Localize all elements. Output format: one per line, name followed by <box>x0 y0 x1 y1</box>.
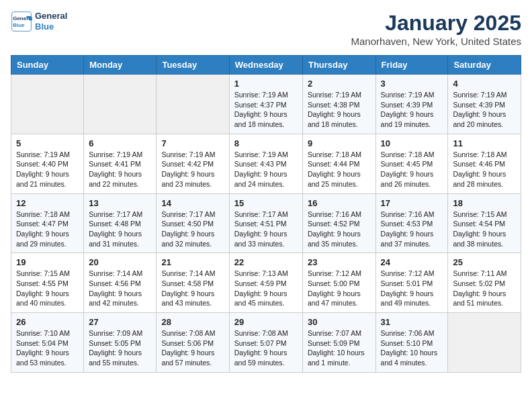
calendar-header-tuesday: Tuesday <box>157 56 229 75</box>
logo-icon: General Blue <box>11 11 32 32</box>
day-info: Sunrise: 7:19 AM Sunset: 4:39 PM Dayligh… <box>453 90 516 130</box>
calendar-week-row: 26Sunrise: 7:10 AM Sunset: 5:04 PM Dayli… <box>11 313 521 373</box>
page-header: General Blue General Blue January 2025 M… <box>11 11 521 47</box>
day-info: Sunrise: 7:17 AM Sunset: 4:48 PM Dayligh… <box>89 210 151 249</box>
day-info: Sunrise: 7:18 AM Sunset: 4:45 PM Dayligh… <box>381 150 443 189</box>
calendar-cell: 9Sunrise: 7:18 AM Sunset: 4:44 PM Daylig… <box>302 134 375 193</box>
month-title: January 2025 <box>351 11 521 36</box>
day-number: 26 <box>16 317 79 327</box>
calendar-header-monday: Monday <box>84 56 157 75</box>
day-number: 30 <box>308 317 371 327</box>
day-info: Sunrise: 7:18 AM Sunset: 4:47 PM Dayligh… <box>16 210 79 249</box>
calendar-cell <box>84 75 157 134</box>
day-number: 9 <box>308 138 371 148</box>
calendar-cell: 12Sunrise: 7:18 AM Sunset: 4:47 PM Dayli… <box>11 193 84 253</box>
day-info: Sunrise: 7:06 AM Sunset: 5:10 PM Dayligh… <box>381 328 443 368</box>
day-info: Sunrise: 7:08 AM Sunset: 5:07 PM Dayligh… <box>234 328 298 368</box>
calendar-cell: 21Sunrise: 7:14 AM Sunset: 4:58 PM Dayli… <box>157 253 229 313</box>
svg-text:Blue: Blue <box>13 22 25 28</box>
calendar-week-row: 12Sunrise: 7:18 AM Sunset: 4:47 PM Dayli… <box>11 193 521 253</box>
calendar-cell: 13Sunrise: 7:17 AM Sunset: 4:48 PM Dayli… <box>84 193 157 253</box>
day-info: Sunrise: 7:11 AM Sunset: 5:02 PM Dayligh… <box>453 269 516 308</box>
calendar-cell: 3Sunrise: 7:19 AM Sunset: 4:39 PM Daylig… <box>375 75 448 134</box>
day-info: Sunrise: 7:07 AM Sunset: 5:09 PM Dayligh… <box>308 328 371 368</box>
calendar-cell: 10Sunrise: 7:18 AM Sunset: 4:45 PM Dayli… <box>375 134 448 193</box>
day-number: 12 <box>16 198 79 208</box>
calendar-cell: 27Sunrise: 7:09 AM Sunset: 5:05 PM Dayli… <box>84 313 157 373</box>
day-info: Sunrise: 7:14 AM Sunset: 4:58 PM Dayligh… <box>161 269 224 308</box>
day-number: 8 <box>234 138 298 148</box>
day-info: Sunrise: 7:15 AM Sunset: 4:54 PM Dayligh… <box>453 210 516 249</box>
calendar-cell: 4Sunrise: 7:19 AM Sunset: 4:39 PM Daylig… <box>448 75 521 134</box>
title-block: January 2025 Manorhaven, New York, Unite… <box>351 11 521 47</box>
day-info: Sunrise: 7:19 AM Sunset: 4:40 PM Dayligh… <box>16 150 79 189</box>
day-number: 14 <box>161 198 224 208</box>
day-number: 3 <box>381 79 443 89</box>
calendar-cell: 5Sunrise: 7:19 AM Sunset: 4:40 PM Daylig… <box>11 134 84 193</box>
day-info: Sunrise: 7:19 AM Sunset: 4:38 PM Dayligh… <box>308 90 371 130</box>
calendar-cell: 6Sunrise: 7:19 AM Sunset: 4:41 PM Daylig… <box>84 134 157 193</box>
calendar-week-row: 1Sunrise: 7:19 AM Sunset: 4:37 PM Daylig… <box>11 75 521 134</box>
day-info: Sunrise: 7:18 AM Sunset: 4:46 PM Dayligh… <box>453 150 516 189</box>
day-info: Sunrise: 7:10 AM Sunset: 5:04 PM Dayligh… <box>16 328 79 368</box>
day-info: Sunrise: 7:19 AM Sunset: 4:41 PM Dayligh… <box>89 150 151 189</box>
day-info: Sunrise: 7:13 AM Sunset: 4:59 PM Dayligh… <box>234 269 298 308</box>
calendar-cell <box>448 313 521 373</box>
calendar-cell: 26Sunrise: 7:10 AM Sunset: 5:04 PM Dayli… <box>11 313 84 373</box>
day-number: 24 <box>381 257 443 267</box>
day-info: Sunrise: 7:16 AM Sunset: 4:53 PM Dayligh… <box>381 210 443 249</box>
calendar-cell: 11Sunrise: 7:18 AM Sunset: 4:46 PM Dayli… <box>448 134 521 193</box>
calendar-week-row: 19Sunrise: 7:15 AM Sunset: 4:55 PM Dayli… <box>11 253 521 313</box>
logo-text-line2: Blue <box>35 21 67 32</box>
day-number: 15 <box>234 198 298 208</box>
day-number: 13 <box>89 198 151 208</box>
day-number: 27 <box>89 317 151 327</box>
calendar-cell: 7Sunrise: 7:19 AM Sunset: 4:42 PM Daylig… <box>157 134 229 193</box>
day-info: Sunrise: 7:17 AM Sunset: 4:51 PM Dayligh… <box>234 210 298 249</box>
day-number: 25 <box>453 257 516 267</box>
calendar-header-wednesday: Wednesday <box>229 56 302 75</box>
day-number: 20 <box>89 257 151 267</box>
day-number: 23 <box>308 257 371 267</box>
calendar-header-row: SundayMondayTuesdayWednesdayThursdayFrid… <box>11 56 521 75</box>
day-number: 19 <box>16 257 79 267</box>
day-number: 29 <box>234 317 298 327</box>
day-number: 17 <box>381 198 443 208</box>
day-info: Sunrise: 7:19 AM Sunset: 4:43 PM Dayligh… <box>234 150 298 189</box>
day-number: 31 <box>381 317 443 327</box>
day-info: Sunrise: 7:08 AM Sunset: 5:06 PM Dayligh… <box>161 328 224 368</box>
calendar-header-friday: Friday <box>375 56 448 75</box>
calendar-cell: 22Sunrise: 7:13 AM Sunset: 4:59 PM Dayli… <box>229 253 302 313</box>
calendar-cell: 30Sunrise: 7:07 AM Sunset: 5:09 PM Dayli… <box>302 313 375 373</box>
day-number: 6 <box>89 138 151 148</box>
calendar-cell: 8Sunrise: 7:19 AM Sunset: 4:43 PM Daylig… <box>229 134 302 193</box>
calendar-header-sunday: Sunday <box>11 56 84 75</box>
day-info: Sunrise: 7:16 AM Sunset: 4:52 PM Dayligh… <box>308 210 371 249</box>
day-number: 22 <box>234 257 298 267</box>
calendar-cell: 2Sunrise: 7:19 AM Sunset: 4:38 PM Daylig… <box>302 75 375 134</box>
calendar-header-saturday: Saturday <box>448 56 521 75</box>
logo-text-line1: General <box>35 11 67 21</box>
calendar-cell: 15Sunrise: 7:17 AM Sunset: 4:51 PM Dayli… <box>229 193 302 253</box>
calendar-table: SundayMondayTuesdayWednesdayThursdayFrid… <box>11 55 521 373</box>
day-info: Sunrise: 7:15 AM Sunset: 4:55 PM Dayligh… <box>16 269 79 308</box>
day-number: 1 <box>234 79 298 89</box>
calendar-cell: 25Sunrise: 7:11 AM Sunset: 5:02 PM Dayli… <box>448 253 521 313</box>
calendar-cell: 29Sunrise: 7:08 AM Sunset: 5:07 PM Dayli… <box>229 313 302 373</box>
day-number: 11 <box>453 138 516 148</box>
calendar-cell: 1Sunrise: 7:19 AM Sunset: 4:37 PM Daylig… <box>229 75 302 134</box>
day-number: 2 <box>308 79 371 89</box>
day-info: Sunrise: 7:18 AM Sunset: 4:44 PM Dayligh… <box>308 150 371 189</box>
day-info: Sunrise: 7:17 AM Sunset: 4:50 PM Dayligh… <box>161 210 224 249</box>
day-info: Sunrise: 7:09 AM Sunset: 5:05 PM Dayligh… <box>89 328 151 368</box>
calendar-cell: 16Sunrise: 7:16 AM Sunset: 4:52 PM Dayli… <box>302 193 375 253</box>
day-number: 10 <box>381 138 443 148</box>
calendar-cell: 18Sunrise: 7:15 AM Sunset: 4:54 PM Dayli… <box>448 193 521 253</box>
calendar-cell: 17Sunrise: 7:16 AM Sunset: 4:53 PM Dayli… <box>375 193 448 253</box>
calendar-cell: 19Sunrise: 7:15 AM Sunset: 4:55 PM Dayli… <box>11 253 84 313</box>
day-number: 16 <box>308 198 371 208</box>
day-number: 7 <box>161 138 224 148</box>
day-number: 28 <box>161 317 224 327</box>
calendar-week-row: 5Sunrise: 7:19 AM Sunset: 4:40 PM Daylig… <box>11 134 521 193</box>
calendar-cell: 24Sunrise: 7:12 AM Sunset: 5:01 PM Dayli… <box>375 253 448 313</box>
